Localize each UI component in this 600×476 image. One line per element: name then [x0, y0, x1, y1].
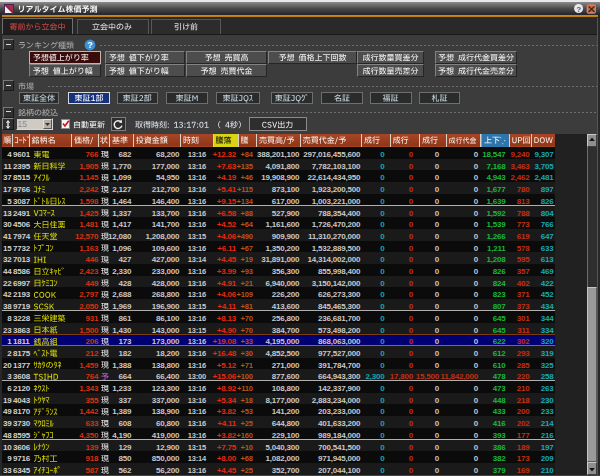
svg-text:?: ?: [87, 40, 93, 50]
svg-text:?: ?: [576, 5, 581, 14]
